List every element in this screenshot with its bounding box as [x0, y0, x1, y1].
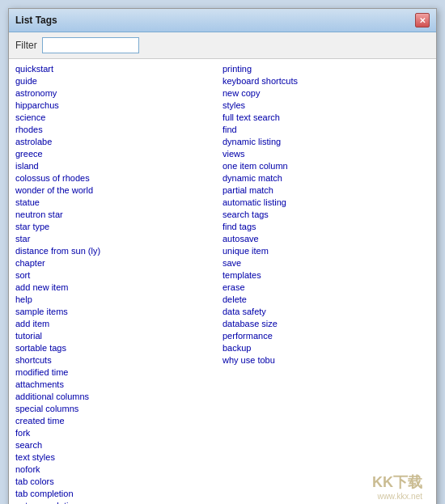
tag-item[interactable]: help [15, 293, 216, 305]
tag-item[interactable]: nofork [15, 463, 216, 475]
tag-item[interactable]: performance [222, 329, 423, 341]
tag-item[interactable]: quickstart [15, 62, 216, 74]
tag-item[interactable]: statue [15, 196, 216, 208]
tag-item[interactable]: neutron star [15, 208, 216, 220]
filter-label: Filter [15, 40, 37, 51]
tag-item[interactable]: autosave [222, 232, 423, 244]
tag-item[interactable]: tab colors [15, 475, 216, 487]
tag-item[interactable]: styles [222, 99, 423, 111]
tag-item[interactable]: science [15, 111, 216, 123]
tag-item[interactable]: find tags [222, 220, 423, 232]
tag-item[interactable]: sortable tags [15, 341, 216, 354]
left-column: quickstartguideastronomyhipparchusscienc… [15, 62, 222, 504]
tag-item[interactable]: wonder of the world [15, 184, 216, 196]
tag-item[interactable]: printing [222, 62, 423, 74]
tag-item[interactable]: sort [15, 269, 216, 281]
window-title: List Tags [15, 15, 57, 26]
tag-item[interactable]: distance from sun (ly) [15, 244, 216, 256]
tag-item[interactable]: attachments [15, 378, 216, 390]
tag-item[interactable]: backup [222, 341, 423, 354]
tag-item[interactable]: unique item [222, 244, 423, 256]
tag-item[interactable]: colossus of rhodes [15, 172, 216, 184]
tag-item[interactable]: greece [15, 147, 216, 159]
tag-item[interactable]: star [15, 232, 216, 244]
tag-item[interactable]: erase [222, 281, 423, 293]
tag-item[interactable]: dynamic match [222, 172, 423, 184]
tag-item[interactable]: guide [15, 74, 216, 87]
tag-item[interactable]: automatic listing [222, 196, 423, 208]
tag-item[interactable]: fork [15, 426, 216, 438]
tag-item[interactable]: hipparchus [15, 99, 216, 111]
tag-item[interactable]: save [222, 256, 423, 269]
tag-item[interactable]: full text search [222, 111, 423, 123]
tag-item[interactable]: search [15, 438, 216, 451]
tag-item[interactable]: database size [222, 317, 423, 329]
tag-item[interactable]: special columns [15, 402, 216, 414]
tag-item[interactable]: sample items [15, 305, 216, 317]
tag-item[interactable]: one item column [222, 159, 423, 172]
tag-item[interactable]: shortcuts [15, 354, 216, 366]
tag-item[interactable]: keyboard shortcuts [222, 74, 423, 87]
tag-item[interactable]: rhodes [15, 123, 216, 135]
tags-content: quickstartguideastronomyhipparchusscienc… [9, 59, 436, 504]
list-tags-window: List Tags ✕ Filter quickstartguideastron… [8, 8, 437, 504]
tag-item[interactable]: dynamic listing [222, 135, 423, 147]
tag-item[interactable]: island [15, 159, 216, 172]
tag-item[interactable]: additional columns [15, 390, 216, 402]
tag-item[interactable]: views [222, 147, 423, 159]
tag-item[interactable]: created time [15, 414, 216, 426]
tag-item[interactable]: text styles [15, 451, 216, 463]
title-bar: List Tags ✕ [9, 9, 436, 32]
tag-item[interactable]: templates [222, 269, 423, 281]
tag-item[interactable]: new copy [222, 87, 423, 99]
tag-item[interactable]: add new item [15, 281, 216, 293]
tag-item[interactable]: astrolabe [15, 135, 216, 147]
tag-item[interactable]: partial match [222, 184, 423, 196]
close-button[interactable]: ✕ [415, 13, 430, 28]
filter-input[interactable] [42, 37, 139, 53]
tag-item[interactable]: delete [222, 293, 423, 305]
filter-bar: Filter [9, 32, 436, 59]
tag-item[interactable]: tutorial [15, 329, 216, 341]
tag-item[interactable]: data safety [222, 305, 423, 317]
tag-item[interactable]: modified time [15, 366, 216, 378]
tag-item[interactable]: star type [15, 220, 216, 232]
tag-item[interactable]: why use tobu [222, 354, 423, 366]
tag-item[interactable]: chapter [15, 256, 216, 269]
tag-item[interactable]: auto completion [15, 499, 216, 504]
tag-item[interactable]: astronomy [15, 87, 216, 99]
tag-item[interactable]: find [222, 123, 423, 135]
tag-item[interactable]: search tags [222, 208, 423, 220]
right-column: printingkeyboard shortcutsnew copystyles… [222, 62, 430, 504]
tag-item[interactable]: add item [15, 317, 216, 329]
tag-item[interactable]: tab completion [15, 487, 216, 499]
